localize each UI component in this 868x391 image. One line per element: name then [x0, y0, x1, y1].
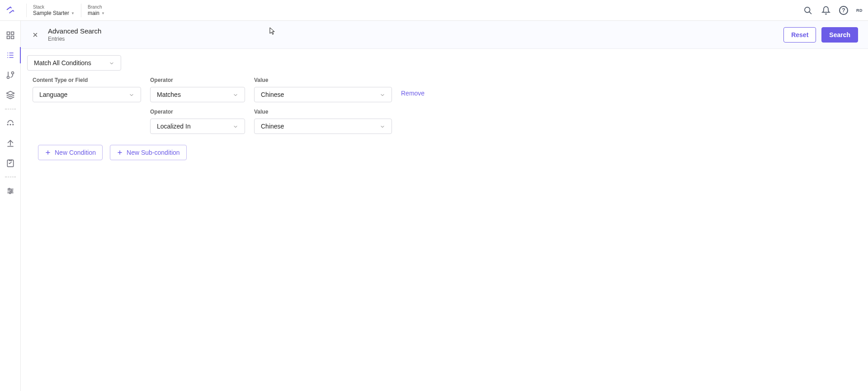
top-header: Stack Sample Starter ▼ Branch main ▼ ? R…: [0, 0, 868, 21]
entries-icon[interactable]: [5, 50, 16, 61]
stack-value: Sample Starter: [33, 10, 69, 16]
value-label: Value: [254, 109, 392, 115]
page-subtitle: Entries: [48, 36, 101, 42]
tasks-icon[interactable]: [5, 157, 16, 168]
sidebar-divider: [5, 176, 16, 177]
chevron-down-icon: [380, 124, 385, 129]
branch-value: main: [88, 10, 99, 16]
chevron-down-icon: [109, 60, 114, 66]
content-type-label: Content Type or Field: [33, 77, 141, 83]
svg-rect-2: [11, 32, 14, 35]
releases-icon[interactable]: [5, 138, 16, 148]
match-conditions-dropdown[interactable]: Match All Conditions: [27, 55, 121, 71]
value-value: Chinese: [261, 91, 284, 98]
close-icon[interactable]: [31, 30, 40, 39]
dashboard-icon[interactable]: [5, 30, 16, 41]
chevron-down-icon: [233, 124, 238, 129]
value-dropdown[interactable]: Chinese: [254, 87, 392, 102]
svg-point-10: [10, 190, 12, 191]
value-label: Value: [254, 77, 392, 83]
page-title: Advanced Search: [48, 27, 101, 35]
left-sidebar: [0, 21, 21, 391]
value-dropdown[interactable]: Chinese: [254, 119, 392, 134]
user-avatar[interactable]: RD: [856, 8, 863, 13]
svg-rect-4: [11, 36, 14, 39]
svg-rect-1: [7, 32, 9, 35]
field-value: Language: [39, 91, 67, 98]
new-sub-condition-label: New Sub-condition: [127, 149, 180, 156]
caret-down-icon: ▼: [101, 11, 105, 15]
condition-row: Operator Localized In Value Chinese: [33, 109, 862, 134]
chevron-down-icon: [129, 92, 134, 97]
new-condition-label: New Condition: [55, 149, 96, 156]
assets-icon[interactable]: [5, 90, 16, 100]
content-model-icon[interactable]: [5, 70, 16, 81]
plus-icon: [117, 149, 123, 156]
remove-button[interactable]: Remove: [401, 90, 425, 97]
search-button[interactable]: Search: [821, 27, 858, 43]
chevron-down-icon: [233, 92, 238, 97]
help-icon[interactable]: ?: [839, 6, 848, 15]
header-actions: ? RD: [803, 5, 863, 15]
svg-point-5: [7, 124, 8, 125]
svg-point-11: [9, 192, 10, 194]
field-dropdown[interactable]: Language: [33, 87, 141, 102]
operator-label: Operator: [150, 77, 245, 83]
logo-icon: [5, 5, 15, 15]
new-condition-button[interactable]: New Condition: [38, 145, 103, 160]
search-icon[interactable]: [803, 5, 813, 15]
value-value: Chinese: [261, 123, 284, 130]
sidebar-divider: [5, 109, 16, 110]
chevron-down-icon: [380, 92, 385, 97]
operator-value: Localized In: [157, 123, 191, 130]
condition-row: Content Type or Field Language Operator …: [33, 77, 862, 102]
stack-selector[interactable]: Stack Sample Starter ▼: [26, 4, 81, 17]
operator-value: Matches: [157, 91, 181, 98]
page-header: Advanced Search Entries Reset Search: [21, 21, 868, 49]
svg-point-7: [13, 124, 14, 125]
operator-dropdown[interactable]: Matches: [150, 87, 245, 102]
settings-icon[interactable]: [5, 186, 16, 196]
new-sub-condition-button[interactable]: New Sub-condition: [110, 145, 187, 160]
reset-button[interactable]: Reset: [783, 27, 816, 43]
branch-label: Branch: [88, 4, 105, 10]
notifications-icon[interactable]: [821, 5, 831, 15]
match-conditions-value: Match All Conditions: [34, 59, 91, 67]
operator-dropdown[interactable]: Localized In: [150, 119, 245, 134]
svg-rect-3: [7, 36, 9, 39]
stack-label: Stack: [33, 4, 75, 10]
svg-point-9: [8, 188, 9, 190]
caret-down-icon: ▼: [71, 11, 75, 15]
branch-selector[interactable]: Branch main ▼: [81, 4, 111, 17]
plus-icon: [45, 149, 51, 156]
svg-point-6: [10, 124, 11, 125]
publish-queue-icon[interactable]: [5, 118, 16, 129]
operator-label: Operator: [150, 109, 245, 115]
